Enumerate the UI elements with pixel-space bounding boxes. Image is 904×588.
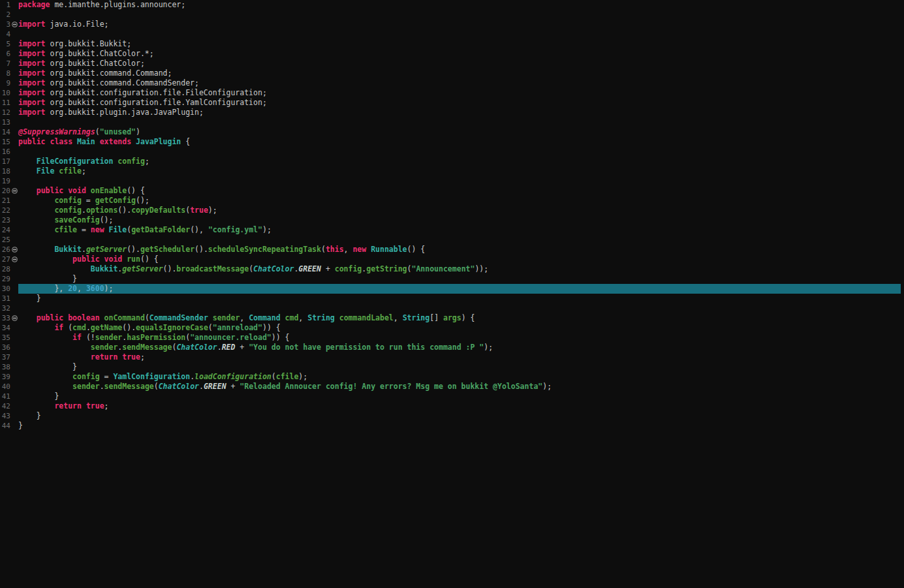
code-text[interactable]: saveConfig(); [18, 215, 901, 225]
code-line[interactable]: 27 public void run() { [0, 255, 904, 264]
code-text[interactable]: public void run() { [18, 255, 901, 264]
fold-column [10, 372, 18, 382]
code-text[interactable]: } [18, 294, 901, 303]
code-text[interactable]: } [18, 411, 901, 421]
code-line[interactable]: 24 cfile = new File(getDataFolder(), "co… [0, 225, 904, 235]
code-text[interactable] [18, 117, 901, 127]
code-line[interactable]: 4 [0, 29, 904, 39]
code-line[interactable]: 20 public void onEnable() { [0, 186, 904, 196]
code-line[interactable]: 17 FileConfiguration config; [0, 157, 904, 166]
code-line[interactable]: 28 Bukkit.getServer().broadcastMessage(C… [0, 264, 904, 274]
code-text[interactable]: import org.bukkit.plugin.java.JavaPlugin… [18, 108, 901, 117]
code-text[interactable]: Bukkit.getServer().getScheduler().schedu… [18, 245, 901, 255]
code-text[interactable]: } [18, 274, 901, 284]
code-line[interactable]: 37 return true; [0, 352, 904, 362]
code-line[interactable]: 9import org.bukkit.command.CommandSender… [0, 78, 904, 88]
code-line[interactable]: 2 [0, 10, 904, 20]
fold-collapse-icon[interactable] [12, 256, 18, 262]
code-line[interactable]: 18 File cfile; [0, 166, 904, 176]
line-number: 20 [0, 186, 10, 196]
code-text[interactable]: } [18, 421, 901, 431]
code-line[interactable]: 43 } [0, 411, 904, 421]
code-text[interactable] [18, 10, 901, 20]
code-line[interactable]: 19 [0, 176, 904, 186]
code-line[interactable]: 21 config = getConfig(); [0, 196, 904, 206]
code-text[interactable]: Bukkit.getServer().broadcastMessage(Chat… [18, 264, 901, 274]
code-text[interactable] [18, 29, 901, 39]
fold-column [10, 59, 18, 69]
code-line[interactable]: 3import java.io.File; [0, 20, 904, 29]
code-text[interactable]: import org.bukkit.Bukkit; [18, 39, 901, 49]
code-text[interactable] [18, 235, 901, 245]
code-line[interactable]: 10import org.bukkit.configuration.file.F… [0, 88, 904, 98]
fold-column [10, 69, 18, 78]
code-text[interactable]: sender.sendMessage(ChatColor.RED + "You … [18, 343, 901, 352]
fold-collapse-icon[interactable] [12, 22, 18, 27]
code-line[interactable]: 1package me.imanthe.plugins.announcer; [0, 0, 904, 10]
code-text[interactable]: return true; [18, 352, 901, 362]
code-line[interactable]: 12import org.bukkit.plugin.java.JavaPlug… [0, 108, 904, 117]
code-line[interactable]: 22 config.options().copyDefaults(true); [0, 206, 904, 215]
code-text[interactable]: import org.bukkit.command.CommandSender; [18, 78, 901, 88]
code-text[interactable]: config = getConfig(); [18, 196, 901, 206]
code-text[interactable]: cfile = new File(getDataFolder(), "confi… [18, 225, 901, 235]
code-text[interactable]: if (cmd.getName().equalsIgnoreCase("annr… [18, 323, 901, 333]
code-line[interactable]: 41 } [0, 392, 904, 401]
code-line-highlighted[interactable]: 30 }, 20, 3600); [0, 284, 904, 294]
code-editor[interactable]: 1package me.imanthe.plugins.announcer;23… [0, 0, 904, 588]
code-text[interactable]: import org.bukkit.ChatColor; [18, 59, 901, 69]
code-text[interactable]: @SuppressWarnings("unused") [18, 127, 901, 137]
code-line[interactable]: 5import org.bukkit.Bukkit; [0, 39, 904, 49]
code-line[interactable]: 14@SuppressWarnings("unused") [0, 127, 904, 137]
code-line[interactable]: 33 public boolean onCommand(CommandSende… [0, 313, 904, 323]
code-text[interactable]: import java.io.File; [18, 20, 901, 29]
code-text[interactable]: return true; [18, 401, 901, 411]
code-line[interactable]: 29 } [0, 274, 904, 284]
code-text[interactable]: public boolean onCommand(CommandSender s… [18, 313, 901, 323]
code-text[interactable]: }, 20, 3600); [18, 284, 901, 294]
code-line[interactable]: 39 config = YamlConfiguration.loadConfig… [0, 372, 904, 382]
code-line[interactable]: 15public class Main extends JavaPlugin { [0, 137, 904, 147]
code-text[interactable]: File cfile; [18, 166, 901, 176]
code-line[interactable]: 8import org.bukkit.command.Command; [0, 69, 904, 78]
code-text[interactable]: if (!sender.hasPermission("announcer.rel… [18, 333, 901, 343]
fold-column [10, 186, 18, 196]
code-line[interactable]: 42 return true; [0, 401, 904, 411]
code-line[interactable]: 6import org.bukkit.ChatColor.*; [0, 49, 904, 59]
code-text[interactable]: package me.imanthe.plugins.announcer; [18, 0, 901, 10]
code-text[interactable]: } [18, 392, 901, 401]
code-line[interactable]: 34 if (cmd.getName().equalsIgnoreCase("a… [0, 323, 904, 333]
fold-collapse-icon[interactable] [12, 188, 18, 194]
code-line[interactable]: 16 [0, 147, 904, 157]
code-text[interactable]: config = YamlConfiguration.loadConfigura… [18, 372, 901, 382]
code-text[interactable]: config.options().copyDefaults(true); [18, 206, 901, 215]
code-text[interactable]: } [18, 362, 901, 372]
code-text[interactable]: import org.bukkit.command.Command; [18, 69, 901, 78]
code-line[interactable]: 38 } [0, 362, 904, 372]
code-text[interactable]: sender.sendMessage(ChatColor.GREEN + "Re… [18, 382, 901, 392]
code-text[interactable]: import org.bukkit.configuration.file.Yam… [18, 98, 901, 108]
fold-collapse-icon[interactable] [12, 315, 18, 321]
code-text[interactable]: import org.bukkit.configuration.file.Fil… [18, 88, 901, 98]
code-line[interactable]: 26 Bukkit.getServer().getScheduler().sch… [0, 245, 904, 255]
code-line[interactable]: 7import org.bukkit.ChatColor; [0, 59, 904, 69]
code-line[interactable]: 44} [0, 421, 904, 431]
code-text[interactable]: FileConfiguration config; [18, 157, 901, 166]
code-line[interactable]: 35 if (!sender.hasPermission("announcer.… [0, 333, 904, 343]
code-line[interactable]: 36 sender.sendMessage(ChatColor.RED + "Y… [0, 343, 904, 352]
code-line[interactable]: 31 } [0, 294, 904, 303]
code-text[interactable] [18, 176, 901, 186]
code-line[interactable]: 11import org.bukkit.configuration.file.Y… [0, 98, 904, 108]
code-line[interactable]: 25 [0, 235, 904, 245]
fold-collapse-icon[interactable] [12, 247, 18, 253]
code-text[interactable]: public class Main extends JavaPlugin { [18, 137, 901, 147]
code-line[interactable]: 13 [0, 117, 904, 127]
code-text[interactable] [18, 147, 901, 157]
code-text[interactable] [18, 303, 901, 313]
line-number: 33 [0, 313, 10, 323]
code-line[interactable]: 32 [0, 303, 904, 313]
code-line[interactable]: 23 saveConfig(); [0, 215, 904, 225]
code-line[interactable]: 40 sender.sendMessage(ChatColor.GREEN + … [0, 382, 904, 392]
code-text[interactable]: import org.bukkit.ChatColor.*; [18, 49, 901, 59]
code-text[interactable]: public void onEnable() { [18, 186, 901, 196]
